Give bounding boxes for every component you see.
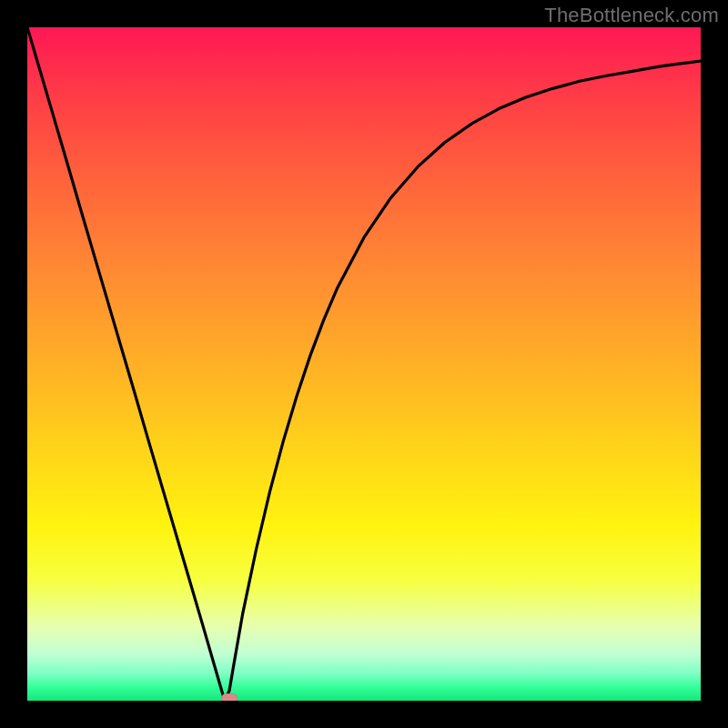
watermark-text: TheBottleneck.com bbox=[544, 4, 719, 27]
curve-path bbox=[27, 27, 701, 701]
plot-area bbox=[27, 27, 701, 701]
bottleneck-curve bbox=[27, 27, 701, 701]
outer-frame: TheBottleneck.com bbox=[0, 0, 728, 728]
optimum-marker bbox=[221, 693, 238, 701]
